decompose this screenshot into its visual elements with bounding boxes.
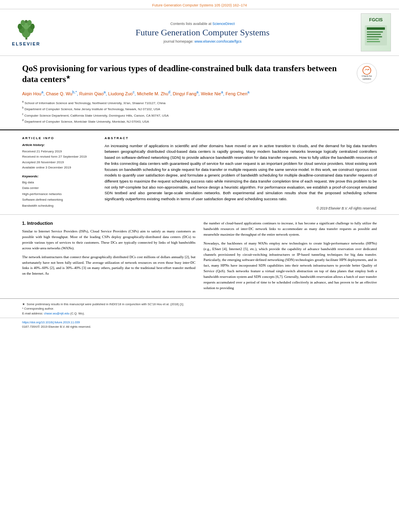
keyword-1: Big data <box>22 180 95 185</box>
author-liudong-zuo: Liudong Zuo <box>108 91 133 96</box>
top-citation-text: Future Generation Computer Systems 105 (… <box>152 3 247 7</box>
article-info-col: ARTICLE INFO Article history: Received 2… <box>22 136 95 210</box>
abstract-heading: ABSTRACT <box>105 136 377 140</box>
check-updates-label: Check for updates <box>357 75 376 80</box>
elsevier-label: ELSEVIER <box>12 41 40 46</box>
article-history-label: Article history: <box>22 143 95 147</box>
journal-cover-image: FGCIS <box>361 13 391 51</box>
journal-header: ELSEVIER Contents lists available at Sci… <box>0 9 399 56</box>
keyword-2: Data center <box>22 185 95 191</box>
star-footnote: ★ Some preliminary results in this manus… <box>22 302 377 306</box>
svg-rect-12 <box>367 31 383 33</box>
author-feng-chen: Feng Chen <box>226 91 247 96</box>
cover-decoration-icon <box>363 23 389 47</box>
author-ruimin-qiao: Ruimin Qiao <box>79 91 104 96</box>
copyright-line: © 2019 Elsevier B.V. All rights reserved… <box>105 206 377 210</box>
star-sup: ★ <box>66 74 70 80</box>
author-weike-nie: Weike Nie <box>201 91 221 96</box>
received-date: Received 21 February 2019 <box>22 149 95 154</box>
journal-homepage: journal homepage: www.elsevier.com/locat… <box>48 39 357 43</box>
author-michelle-zhu: Michelle M. Zhu <box>137 91 169 96</box>
sciencedirect-link[interactable]: ScienceDirect <box>212 22 235 26</box>
journal-homepage-link[interactable]: www.elsevier.com/locate/fgcs <box>195 39 242 43</box>
online-date: Available online 3 December 2019 <box>22 165 95 170</box>
elsevier-logo: ELSEVIER <box>8 18 44 46</box>
corresponding-author-note: * Corresponding author. <box>22 306 377 311</box>
elsevier-tree-icon <box>15 18 37 41</box>
email-note: E-mail address: chase.wu@njit.edu (C.Q. … <box>22 311 377 316</box>
revised-date: Received in revised form 27 September 20… <box>22 154 95 160</box>
article-header: QoS provisioning for various types of de… <box>0 56 399 130</box>
keywords-label: Keywords: <box>22 175 95 178</box>
check-for-updates-badge: Check for updates <box>357 63 377 83</box>
author-email-link[interactable]: chase.wu@njit.edu <box>44 312 69 315</box>
keyword-3: High-performance networks <box>22 191 95 197</box>
article-title: QoS provisioning for various types of de… <box>22 63 353 85</box>
svg-rect-11 <box>367 27 385 30</box>
author-chase-wu: Chase Q. Wu <box>46 91 72 96</box>
keywords-list: Big data Data center High-performance ne… <box>22 180 95 209</box>
svg-point-17 <box>363 66 371 74</box>
svg-rect-16 <box>367 41 380 42</box>
affiliation-a: a School of Information Science and Tech… <box>22 100 377 106</box>
doi-link: https://doi.org/10.1016/j.future.2019.11… <box>22 320 377 325</box>
abstract-text: An increasing number of applications in … <box>105 143 377 202</box>
section-1-title: 1. Introduction <box>22 221 195 226</box>
article-info-heading: ARTICLE INFO <box>22 136 95 140</box>
svg-point-8 <box>27 20 31 26</box>
affiliation-c: c Computer Science Department, Californi… <box>22 112 377 118</box>
journal-title-center: Contents lists available at ScienceDirec… <box>48 22 357 43</box>
svg-rect-15 <box>367 39 379 40</box>
body-para-1: Similar to Internet Service Providers (I… <box>22 229 195 251</box>
body-para-2: The network infrastructures that connect… <box>22 255 195 277</box>
journal-name: Future Generation Computer Systems <box>48 27 357 38</box>
keyword-5: Bandwidth scheduling <box>22 203 95 209</box>
svg-rect-14 <box>367 36 382 37</box>
body-section: 1. Introduction Similar to Internet Serv… <box>0 215 399 294</box>
body-para-right-1: the number of cloud-based applications c… <box>204 221 377 238</box>
authors-line: Aiqin Houa, Chase Q. Wub,*, Ruimin Qiaoa… <box>22 89 377 97</box>
footer-note: ★ Some preliminary results in this manus… <box>0 298 399 318</box>
author-dingyi-fang: Dingyi Fang <box>173 91 197 96</box>
issn-text: 0167-739X/© 2019 Elsevier B.V. All right… <box>22 325 377 329</box>
body-col-right: the number of cloud-based applications c… <box>204 221 377 294</box>
article-dates: Received 21 February 2019 Received in re… <box>22 149 95 170</box>
author-aiqin-hou: Aiqin Hou <box>22 91 41 96</box>
affiliations: a School of Information Science and Tech… <box>22 100 377 125</box>
affiliation-d: d Department of Computer Science, Montcl… <box>22 118 377 124</box>
body-col-left: 1. Introduction Similar to Internet Serv… <box>22 221 195 294</box>
check-updates-icon <box>362 66 371 75</box>
doi-url[interactable]: https://doi.org/10.1016/j.future.2019.11… <box>22 320 80 324</box>
body-para-right-2: Nowadays, the backbones of many WANs emp… <box>204 241 377 291</box>
abstract-col: ABSTRACT An increasing number of applica… <box>105 136 377 210</box>
footer-doi: https://doi.org/10.1016/j.future.2019.11… <box>0 318 399 331</box>
keyword-4: Software-defined networking <box>22 197 95 203</box>
contents-available-line: Contents lists available at ScienceDirec… <box>48 22 357 26</box>
accepted-date: Accepted 28 November 2019 <box>22 160 95 165</box>
svg-rect-13 <box>367 34 381 35</box>
journal-top-citation: Future Generation Computer Systems 105 (… <box>0 0 399 9</box>
page: Future Generation Computer Systems 105 (… <box>0 0 399 532</box>
svg-point-9 <box>25 20 27 23</box>
svg-point-7 <box>21 20 25 26</box>
article-info-abstract-section: ARTICLE INFO Article history: Received 2… <box>0 130 399 215</box>
affiliation-b: b Department of Computer Science, New Je… <box>22 106 377 112</box>
